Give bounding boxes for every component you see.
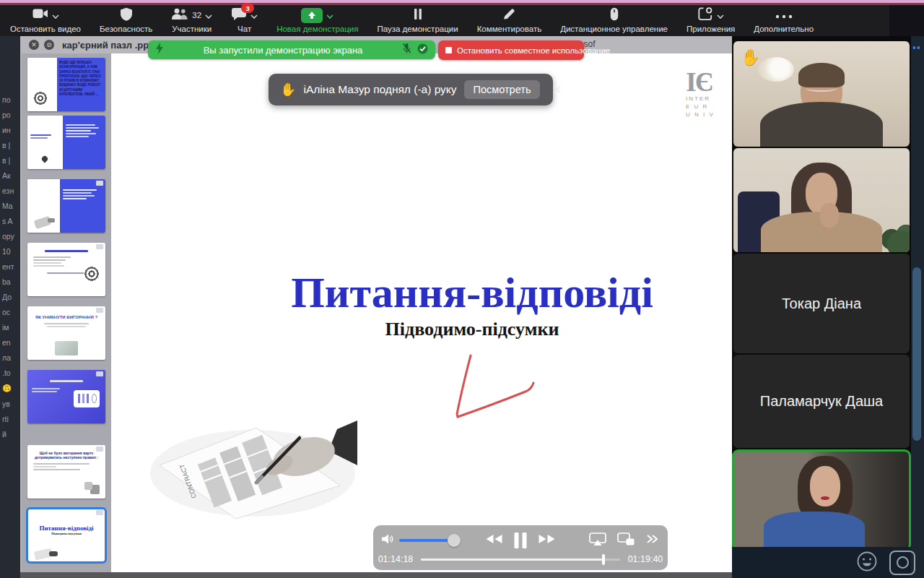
text-fragment: в | bbox=[0, 141, 20, 150]
contract-signing-image: CONTRACT bbox=[148, 419, 357, 524]
volume-slider[interactable] bbox=[399, 539, 454, 542]
media-player: 01:14:18 01:19:40 bbox=[373, 525, 668, 570]
participants-label: Участники bbox=[172, 25, 212, 33]
participant-tile-palamarchuk-dasha[interactable]: Паламарчук Даша bbox=[733, 355, 910, 448]
raised-hand-icon: ✋ bbox=[741, 48, 760, 67]
participant-body bbox=[760, 102, 883, 147]
text-fragment: en bbox=[0, 338, 20, 347]
stop-video-label: Остановить видео bbox=[10, 25, 81, 33]
slide-thumbnail-7[interactable]: Щоб не було вигорання варто дотримуватис… bbox=[27, 445, 105, 499]
speaker-icon[interactable] bbox=[382, 534, 393, 547]
slide-thumbnail-1[interactable]: БУДЕ ЩЕ БІЛЬША КОНКУРЕНЦІЯ, А НІЖ ЗАРАЗ … bbox=[27, 58, 105, 111]
seek-knob[interactable] bbox=[602, 554, 605, 565]
remote-control-button[interactable]: Дистанционное управление bbox=[560, 8, 668, 33]
thumb-logo bbox=[96, 510, 103, 515]
red-annotation-stroke bbox=[433, 347, 549, 434]
key-icon-head bbox=[48, 218, 55, 223]
text-fragment: .to bbox=[0, 368, 20, 377]
ieu-logo-line: U N I V bbox=[686, 111, 732, 119]
plant bbox=[882, 220, 910, 252]
apps-button[interactable]: Приложения bbox=[687, 8, 735, 33]
ieu-logo: ІЄ INTER E U R U N I V bbox=[686, 68, 732, 118]
slide-thumbnail-6[interactable] bbox=[27, 370, 105, 423]
slide-thumbnail-3[interactable] bbox=[27, 179, 105, 233]
share-screen-icon bbox=[301, 8, 323, 23]
elapsed-time: 01:14:18 bbox=[373, 554, 418, 564]
fast-forward-icon[interactable] bbox=[539, 534, 556, 547]
chevron-down-icon[interactable] bbox=[52, 9, 59, 22]
slide-thumbnail-5[interactable]: ЯК УНИКНУТИ ВИГОРАННЯ ? bbox=[27, 306, 105, 360]
text-fragment: ba bbox=[0, 277, 20, 286]
chat-unread-badge: 3 bbox=[241, 3, 254, 13]
participants-video-panel: ✋ Токар Діана Паламарчук Даша bbox=[732, 36, 911, 578]
participant-video-2[interactable] bbox=[733, 148, 910, 252]
thumb5-body: ЯК УНИКНУТИ ВИГОРАННЯ ? bbox=[27, 306, 105, 360]
thumb1-text: БУДЕ ЩЕ БІЛЬША КОНКУРЕНЦІЯ, А НІЖ ЗАРАЗ … bbox=[57, 58, 105, 98]
target-icon bbox=[33, 91, 48, 105]
stop-share-button[interactable]: Остановить совместное использование bbox=[438, 40, 584, 60]
text-fragment: 10 bbox=[0, 247, 20, 256]
text-fragment: ору bbox=[0, 232, 20, 241]
bolt-icon bbox=[155, 43, 164, 57]
text-fragment: ин bbox=[0, 126, 20, 134]
thumb7-body: Щоб не було вигорання варто дотримуватис… bbox=[27, 445, 105, 499]
thumb5-title: ЯК УНИКНУТИ ВИГОРАННЯ ? bbox=[27, 315, 105, 319]
slide-thumbnail-2[interactable] bbox=[27, 116, 105, 169]
notification-text: iАліна Мазур поднял (-а) руку bbox=[303, 83, 456, 96]
close-icon[interactable]: ✕ bbox=[552, 82, 562, 98]
thumb7-title: Щоб не було вигорання варто дотримуватис… bbox=[27, 445, 105, 460]
scrollbar-thumb[interactable] bbox=[912, 267, 921, 441]
ieu-logo-line: E U R bbox=[686, 103, 732, 111]
more-chevrons-icon[interactable] bbox=[646, 534, 659, 547]
pin-icon bbox=[40, 155, 48, 163]
thumb8-subtitle: Підводимо-підсумки bbox=[27, 532, 105, 535]
text-fragment: ув bbox=[0, 400, 20, 408]
volume-knob[interactable] bbox=[448, 534, 461, 547]
security-button[interactable]: Безопасность bbox=[100, 8, 152, 33]
pause-share-label: Пауза демонстрации bbox=[377, 25, 458, 33]
rewind-icon[interactable] bbox=[486, 534, 503, 547]
thumb4-body bbox=[27, 243, 105, 296]
new-share-button[interactable]: Новая демонстрация bbox=[276, 8, 358, 33]
slide-thumbnail-8-selected[interactable]: Питання-відповіді Підводимо-підсумки bbox=[27, 509, 105, 562]
screen: Остановить видео Безопасность 32 Участни… bbox=[0, 0, 924, 578]
slide-thumbnail-4[interactable] bbox=[27, 243, 105, 296]
participant-tile-tokar-diana[interactable]: Токар Діана bbox=[733, 254, 910, 353]
stop-video-button[interactable]: Остановить видео bbox=[10, 8, 81, 33]
text-fragment: Ак bbox=[0, 171, 20, 180]
glasses bbox=[806, 82, 837, 92]
chevron-down-icon[interactable] bbox=[717, 9, 724, 22]
blue-shirt bbox=[764, 512, 865, 549]
annotate-button[interactable]: Комментировать bbox=[477, 8, 542, 33]
participant-video-1[interactable]: ✋ bbox=[733, 41, 910, 147]
seek-progress bbox=[421, 558, 602, 561]
camera-attach-icon[interactable] bbox=[889, 551, 915, 575]
participant-face bbox=[810, 466, 840, 506]
chevron-down-icon[interactable] bbox=[326, 9, 334, 22]
chat-button[interactable]: 3 Чат bbox=[231, 8, 258, 33]
view-button[interactable]: Посмотреть bbox=[464, 80, 541, 99]
pause-playback-button[interactable] bbox=[515, 532, 527, 548]
seek-bar[interactable] bbox=[421, 558, 620, 561]
airplay-icon[interactable] bbox=[589, 532, 606, 549]
emoji-smiley-icon[interactable] bbox=[856, 551, 878, 575]
thumb6-card bbox=[74, 390, 100, 407]
shield-icon bbox=[120, 7, 133, 24]
active-speaker-video[interactable] bbox=[732, 449, 911, 551]
puzzle-icon bbox=[84, 482, 92, 490]
mic-muted-icon bbox=[402, 43, 411, 57]
pause-share-button[interactable]: Пауза демонстрации bbox=[377, 8, 458, 33]
text-fragment: по bbox=[0, 95, 20, 104]
slide-title-block: Питання-відповіді Підводимо-підсумки bbox=[227, 270, 718, 340]
chat-icon: 3 bbox=[231, 7, 247, 23]
picture-in-picture-icon[interactable] bbox=[617, 532, 635, 549]
text-fragment: ім bbox=[0, 323, 20, 332]
ppt-file-title: кар'єрний пазл .pptx bbox=[62, 40, 157, 51]
window-control-icon[interactable]: ⊘ bbox=[44, 40, 54, 50]
participants-button[interactable]: 32 Участники bbox=[171, 8, 212, 33]
chevron-down-icon[interactable] bbox=[205, 9, 212, 22]
text-fragment: ос bbox=[0, 308, 20, 316]
text-fragment: й bbox=[0, 430, 20, 439]
window-close-icon[interactable]: ✕ bbox=[29, 40, 39, 50]
more-button[interactable]: Дополнительно bbox=[754, 8, 814, 33]
